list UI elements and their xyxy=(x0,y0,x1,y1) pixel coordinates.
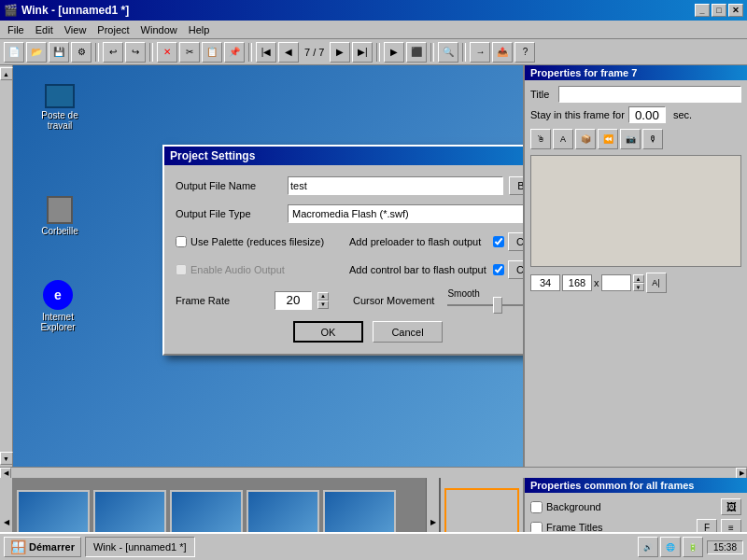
right-panel-preview xyxy=(530,155,741,267)
h-scroll-track[interactable] xyxy=(11,469,736,478)
output-file-type-row: Output File Type Macromedia Flash (*.swf… xyxy=(176,204,523,223)
modal-body: Output File Name Browse Output File Type… xyxy=(164,165,523,354)
play-button[interactable]: ▶ xyxy=(384,42,404,63)
add-control-bar-label: Add control bar to flash output xyxy=(349,264,493,275)
slider-line xyxy=(447,304,523,306)
frame-rate-input[interactable] xyxy=(275,291,312,310)
pos-x-input[interactable] xyxy=(530,274,560,291)
move-down-button[interactable]: ▼ xyxy=(633,283,644,291)
save-button[interactable]: 💾 xyxy=(49,42,69,63)
pos-y-input[interactable] xyxy=(562,274,592,291)
scroll-down-left[interactable]: ▼ xyxy=(0,452,13,465)
copy-button[interactable]: 📋 xyxy=(202,42,222,63)
delete-button[interactable]: ✕ xyxy=(157,42,177,63)
slider-thumb[interactable] xyxy=(493,297,502,314)
tray-icon-1[interactable]: 🔊 xyxy=(638,537,658,557)
enable-audio-row: Enable Audio Output Add control bar to f… xyxy=(176,260,523,279)
help-button[interactable]: ? xyxy=(514,42,535,63)
start-button[interactable]: 🪟 Démarrer xyxy=(4,537,81,557)
output-file-name-input[interactable] xyxy=(288,176,503,195)
undo-button[interactable]: ↩ xyxy=(103,42,123,63)
app-title: Wink - [unnamed1 *] xyxy=(21,4,129,17)
stop-button[interactable]: ⬛ xyxy=(406,42,427,63)
scroll-left-button[interactable]: ◀ xyxy=(0,468,11,479)
frame-title-input[interactable] xyxy=(558,86,741,103)
cut-button[interactable]: ✂ xyxy=(179,42,200,63)
title-bar: 🎬 Wink - [unnamed1 *] _ □ ✕ xyxy=(0,0,747,21)
title-row: Title xyxy=(530,86,741,103)
new-button[interactable]: 📄 xyxy=(4,42,24,63)
menu-file[interactable]: File xyxy=(2,22,30,37)
slider-track[interactable] xyxy=(447,299,523,312)
frame-rate-down[interactable]: ▼ xyxy=(317,301,329,309)
stay-input[interactable] xyxy=(628,106,666,123)
rp-btn-6[interactable]: 🎙 xyxy=(642,129,663,149)
rp-btn-2[interactable]: A xyxy=(553,129,573,149)
left-scroll-panel: ▲ ▼ xyxy=(0,65,13,467)
close-button[interactable]: ✕ xyxy=(728,4,743,17)
scroll-right-button[interactable]: ▶ xyxy=(736,468,747,479)
enable-audio-checkbox[interactable] xyxy=(176,264,187,275)
separator-6 xyxy=(462,43,466,62)
add-preloader-label: Add preloader to flash output xyxy=(349,236,493,247)
rp-btn-1[interactable]: 🖱 xyxy=(530,129,551,149)
separator-5 xyxy=(430,43,434,62)
menu-view[interactable]: View xyxy=(59,22,92,37)
redo-button[interactable]: ↪ xyxy=(125,42,146,63)
tray-icon-2[interactable]: 🌐 xyxy=(660,537,681,557)
system-tray: 🔊 🌐 🔋 xyxy=(638,537,703,557)
up-down-buttons: ▲ ▼ xyxy=(633,274,644,291)
first-frame-button[interactable]: |◀ xyxy=(256,42,276,63)
output-file-type-select[interactable]: Macromedia Flash (*.swf) xyxy=(288,204,523,223)
last-frame-button[interactable]: ▶| xyxy=(352,42,373,63)
choose-1-button[interactable]: Choose xyxy=(508,232,523,251)
frame-rate-cursor-row: Frame Rate ▲ ▼ Cursor Movement Smooth Ro… xyxy=(176,288,523,312)
position-row: x ▲ ▼ A| xyxy=(530,273,741,293)
open-button[interactable]: 📂 xyxy=(26,42,47,63)
smooth-label: Smooth xyxy=(447,288,479,299)
enable-audio-label: Enable Audio Output xyxy=(190,264,349,275)
add-preloader-checkbox[interactable] xyxy=(493,236,504,247)
browse-button[interactable]: Browse xyxy=(509,176,523,195)
rp-btn-4[interactable]: ⏪ xyxy=(598,129,618,149)
pos-w-input[interactable] xyxy=(601,274,631,291)
minimize-button[interactable]: _ xyxy=(695,4,710,17)
stay-row: Stay in this frame for sec. xyxy=(530,106,741,123)
menu-help[interactable]: Help xyxy=(183,22,216,37)
use-palette-checkbox[interactable] xyxy=(176,236,187,247)
app-taskbar-button[interactable]: Wink - [unnamed1 *] xyxy=(85,537,195,557)
export-button[interactable]: 📤 xyxy=(492,42,513,63)
cancel-button[interactable]: Cancel xyxy=(373,321,443,343)
properties-button[interactable]: ⚙ xyxy=(71,42,92,63)
zoom-out-button[interactable]: 🔍 xyxy=(438,42,458,63)
prev-frame-button[interactable]: ◀ xyxy=(278,42,299,63)
separator-3 xyxy=(248,43,252,62)
separator-1 xyxy=(95,43,99,62)
start-icon: 🪟 xyxy=(10,539,26,554)
background-image-button[interactable]: 🖼 xyxy=(721,498,741,515)
background-row: Background 🖼 xyxy=(530,498,741,515)
frame-rate-up[interactable]: ▲ xyxy=(317,292,329,301)
choose-2-button[interactable]: Choose xyxy=(508,260,523,279)
forward-button[interactable]: → xyxy=(470,42,490,63)
menu-project[interactable]: Project xyxy=(92,22,134,37)
scroll-up-left[interactable]: ▲ xyxy=(0,67,13,80)
maximize-button[interactable]: □ xyxy=(712,4,726,17)
rp-btn-5[interactable]: 📷 xyxy=(620,129,641,149)
modal-overlay: Project Settings ✕ Output File Name Brow… xyxy=(13,65,523,467)
add-control-bar-checkbox[interactable] xyxy=(493,264,504,275)
paste-button[interactable]: 📌 xyxy=(224,42,245,63)
align-button[interactable]: A| xyxy=(646,273,667,293)
tray-icon-3[interactable]: 🔋 xyxy=(683,537,703,557)
menu-window[interactable]: Window xyxy=(135,22,183,37)
frame-counter: 7 / 7 xyxy=(301,47,328,58)
separator-4 xyxy=(376,43,380,62)
move-up-button[interactable]: ▲ xyxy=(633,274,644,283)
ok-button[interactable]: OK xyxy=(293,321,363,343)
menu-edit[interactable]: Edit xyxy=(30,22,59,37)
background-checkbox[interactable] xyxy=(530,501,543,513)
rp-btn-3[interactable]: 📦 xyxy=(575,129,596,149)
stay-label: Stay in this frame for xyxy=(530,109,625,120)
taskbar: 🪟 Démarrer Wink - [unnamed1 *] 🔊 🌐 🔋 15:… xyxy=(0,532,747,560)
next-frame-button[interactable]: ▶ xyxy=(330,42,350,63)
